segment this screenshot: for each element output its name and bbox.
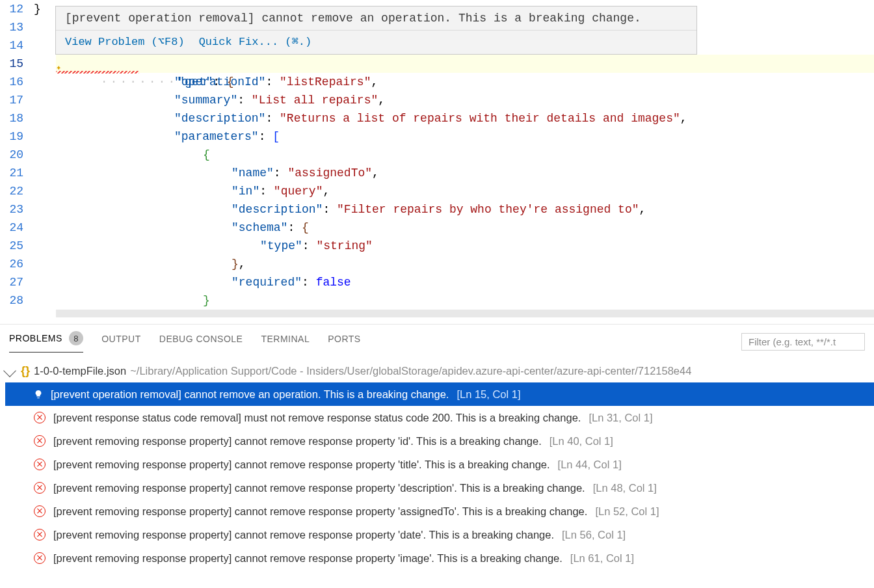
error-icon [34, 412, 46, 423]
json-file-icon: {} [21, 359, 30, 382]
hover-message: [prevent operation removal] cannot remov… [56, 7, 696, 30]
problem-location: [Ln 48, Col 1] [593, 476, 657, 500]
line-number: 19 [0, 127, 34, 146]
line-number: 12 [0, 0, 34, 18]
bottom-panel: PROBLEMS 8 OUTPUT DEBUG CONSOLE TERMINAL… [0, 324, 874, 588]
problems-list: {} 1-0-0-tempFile.json ~/Library/Applica… [0, 353, 874, 570]
error-icon [34, 529, 46, 541]
error-icon [34, 435, 46, 447]
problem-message: [prevent operation removal] cannot remov… [51, 382, 449, 406]
lightbulb-icon [34, 388, 43, 400]
problem-row[interactable]: [prevent removing response property] can… [5, 546, 874, 570]
error-icon [34, 505, 46, 517]
filter-input[interactable]: Filter (e.g. text, **/*.t [741, 333, 865, 351]
problems-count-badge: 8 [69, 331, 83, 345]
problem-row[interactable]: [prevent removing response property] can… [5, 453, 874, 476]
problem-location: [Ln 31, Col 1] [589, 406, 652, 429]
line-number: 25 [0, 237, 34, 255]
editor-area[interactable]: 12} 13 14 [prevent operation removal] ca… [0, 0, 874, 317]
tab-debug-console[interactable]: DEBUG CONSOLE [159, 334, 243, 351]
hover-actions-bar: View Problem (⌥F8) Quick Fix... (⌘.) [56, 30, 696, 54]
problem-message: [prevent removing response property] can… [53, 546, 563, 570]
error-icon [34, 482, 46, 494]
view-problem-link[interactable]: View Problem (⌥F8) [65, 31, 185, 54]
error-icon [34, 459, 46, 470]
tab-ports[interactable]: PORTS [328, 334, 360, 351]
panel-tab-strip: PROBLEMS 8 OUTPUT DEBUG CONSOLE TERMINAL… [0, 325, 874, 353]
line-number: 26 [0, 255, 34, 273]
line-number: 24 [0, 219, 34, 237]
line-number: 15 [0, 55, 34, 73]
tab-output[interactable]: OUTPUT [101, 334, 141, 351]
problem-hover-tooltip: [prevent operation removal] cannot remov… [55, 6, 697, 55]
line-number: 16 [0, 73, 34, 91]
line-number: 22 [0, 182, 34, 200]
problem-message: [prevent removing response property] can… [53, 500, 587, 523]
problem-row[interactable]: [prevent response status code removal] m… [5, 406, 874, 429]
line-number: 20 [0, 146, 34, 164]
problem-message: [prevent removing response property] can… [53, 453, 550, 476]
problem-location: [Ln 15, Col 1] [457, 382, 520, 406]
problem-row[interactable]: [prevent removing response property] can… [5, 476, 874, 500]
problem-location: [Ln 44, Col 1] [558, 453, 622, 476]
problem-message: [prevent removing response property] can… [53, 476, 585, 500]
problem-message: [prevent response status code removal] m… [53, 406, 581, 429]
horizontal-scrollbar[interactable] [56, 310, 874, 317]
tab-problems[interactable]: PROBLEMS 8 [9, 331, 83, 353]
problem-row[interactable]: [prevent removing response property] can… [5, 500, 874, 523]
line-number: 27 [0, 273, 34, 291]
line-number: 23 [0, 200, 34, 219]
quick-fix-link[interactable]: Quick Fix... (⌘.) [199, 31, 311, 54]
problem-row[interactable]: [prevent removing response property] can… [5, 523, 874, 546]
line-number: 18 [0, 109, 34, 127]
problems-tab-label: PROBLEMS [9, 333, 62, 343]
problem-row[interactable]: [prevent removing response property] can… [5, 429, 874, 453]
error-icon [34, 552, 46, 564]
problems-filename: 1-0-0-tempFile.json [34, 359, 126, 382]
problem-location: [Ln 61, Col 1] [570, 546, 634, 570]
problem-message: [prevent removing response property] can… [53, 523, 554, 546]
line-number: 21 [0, 164, 34, 182]
problems-file-header[interactable]: {} 1-0-0-tempFile.json ~/Library/Applica… [5, 359, 874, 382]
problem-row[interactable]: [prevent operation removal] cannot remov… [5, 382, 874, 406]
line-number: 17 [0, 91, 34, 109]
tab-terminal[interactable]: TERMINAL [261, 334, 310, 351]
line-number: 14 [0, 36, 34, 55]
problems-filepath: ~/Library/Application Support/Code - Ins… [130, 359, 691, 382]
line-number: 28 [0, 291, 34, 310]
line-number: 13 [0, 18, 34, 36]
problem-message: [prevent removing response property] can… [53, 429, 542, 453]
problem-location: [Ln 56, Col 1] [562, 523, 626, 546]
chevron-down-icon [3, 364, 16, 377]
problem-location: [Ln 40, Col 1] [550, 429, 613, 453]
problem-location: [Ln 52, Col 1] [595, 500, 659, 523]
